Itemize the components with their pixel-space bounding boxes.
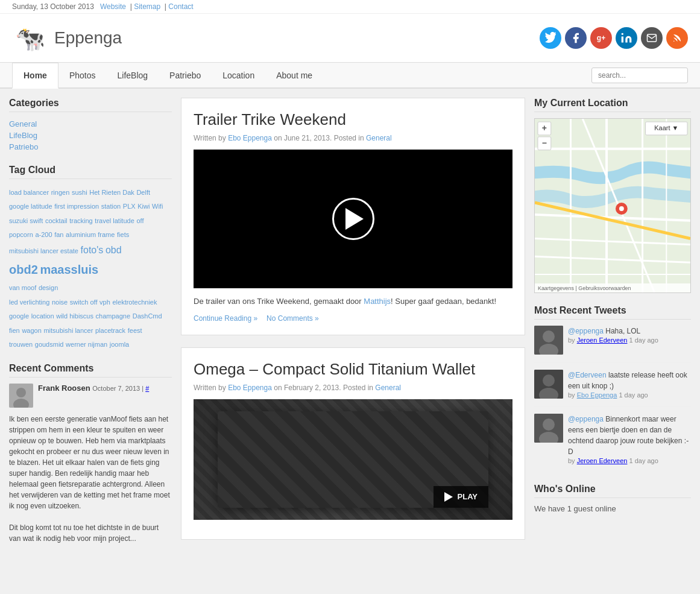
tag-vph[interactable]: vph bbox=[99, 299, 110, 306]
recent-comments-title: Recent Comments bbox=[9, 363, 172, 378]
tag-feest[interactable]: feest bbox=[128, 327, 142, 334]
nav-patriebo[interactable]: Patriebo bbox=[159, 63, 212, 87]
tag-fotos[interactable]: foto's bbox=[81, 245, 104, 255]
tag-wagon[interactable]: wagon bbox=[22, 327, 41, 334]
nav-lifeblog[interactable]: LifeBlog bbox=[107, 63, 159, 87]
tag-station[interactable]: station bbox=[101, 203, 121, 210]
tag-tracking[interactable]: tracking bbox=[69, 217, 93, 224]
tag-ringen[interactable]: ringen bbox=[51, 189, 70, 196]
post-1-content-link[interactable]: Matthijs bbox=[364, 297, 391, 306]
tag-first-impression[interactable]: first impression bbox=[54, 203, 99, 210]
tag-aluminium-frame[interactable]: aluminium frame bbox=[66, 231, 115, 238]
tag-dashcmd[interactable]: DashCmd bbox=[133, 312, 162, 320]
tag-off[interactable]: off bbox=[136, 217, 143, 224]
tag-joomla[interactable]: joomla bbox=[110, 341, 129, 348]
tag-van-moof[interactable]: van moof bbox=[9, 284, 36, 291]
tag-fan[interactable]: fan bbox=[54, 231, 63, 238]
nav-home[interactable]: Home bbox=[12, 63, 58, 89]
tag-location[interactable]: location bbox=[31, 312, 54, 320]
tag-werner-nijman[interactable]: werner nijman bbox=[66, 341, 107, 348]
tag-sushi[interactable]: sushi bbox=[72, 189, 87, 196]
tag-mitsubishi-lancer[interactable]: mitsubishi lancer bbox=[43, 327, 93, 334]
tweet-2-author[interactable]: Ebo Eppenga bbox=[577, 391, 617, 399]
linkedin-icon[interactable] bbox=[616, 27, 637, 49]
nav-location[interactable]: Location bbox=[212, 63, 265, 87]
comment-meta: Frank Roosen October 7, 2013 | # bbox=[38, 384, 149, 408]
email-icon[interactable] bbox=[641, 27, 663, 49]
topbar-date: Sunday, 13 October 2013 bbox=[12, 2, 94, 11]
tag-switch-off[interactable]: switch off bbox=[70, 299, 98, 306]
play-button[interactable] bbox=[332, 198, 374, 240]
categories-title: Categories bbox=[9, 98, 172, 112]
tag-placetrack[interactable]: placetrack bbox=[95, 327, 125, 334]
category-patriebo[interactable]: Patriebo bbox=[9, 141, 172, 153]
right-sidebar: My Current Location bbox=[534, 98, 691, 556]
tag-elektrotechniek[interactable]: elektrotechniek bbox=[112, 299, 157, 306]
tag-google-latitude[interactable]: google latitude bbox=[9, 203, 52, 210]
website-link[interactable]: Website bbox=[100, 2, 126, 11]
sitemap-link[interactable]: Sitemap bbox=[134, 2, 160, 11]
tag-obd2[interactable]: obd2 bbox=[9, 263, 38, 276]
tweet-1-body: @eppenga Haha, LOL by Jeroen Ederveen 1 … bbox=[568, 326, 658, 355]
tag-delft[interactable]: Delft bbox=[136, 189, 150, 196]
tag-led-verlichting[interactable]: led verlichting bbox=[9, 299, 49, 306]
main-nav: Home Photos LifeBlog Patriebo Location A… bbox=[0, 63, 700, 89]
site-title: Eppenga bbox=[54, 28, 122, 48]
tag-kiwi[interactable]: Kiwi bbox=[137, 203, 150, 210]
nav-aboutme[interactable]: About me bbox=[265, 63, 323, 87]
comment-date: October 7, 2013 | # bbox=[92, 385, 149, 392]
continue-reading-link[interactable]: Continue Reading » bbox=[194, 314, 257, 323]
tag-mitsubishi-lancer-estate[interactable]: mitsubishi lancer estate bbox=[9, 247, 78, 254]
tag-noise[interactable]: noise bbox=[52, 299, 68, 306]
tag-wild-hibiscus[interactable]: wild hibiscus bbox=[56, 312, 93, 320]
tweet-1-author[interactable]: Jeroen Ederveen bbox=[577, 336, 628, 344]
googleplus-icon[interactable]: g+ bbox=[590, 27, 612, 49]
search-input[interactable] bbox=[591, 68, 688, 83]
tag-trouwen[interactable]: trouwen bbox=[9, 341, 33, 348]
tweet-1-handle[interactable]: @eppenga bbox=[568, 327, 604, 335]
tweet-2-handle[interactable]: @Ederveen bbox=[568, 371, 607, 379]
main-content: Trailer Trike Weekend Written by Ebo Epp… bbox=[181, 98, 525, 556]
tag-champagne[interactable]: champagne bbox=[96, 312, 131, 320]
post-2-author[interactable]: Ebo Eppenga bbox=[228, 384, 272, 392]
nav-photos[interactable]: Photos bbox=[58, 63, 107, 87]
tag-fien[interactable]: fien bbox=[9, 327, 20, 334]
tweet-3-author[interactable]: Jeroen Ederveen bbox=[577, 457, 628, 464]
tag-het-rieten-dak[interactable]: Het Rieten Dak bbox=[89, 189, 134, 196]
comment-date-text: October 7, 2013 bbox=[92, 385, 140, 392]
post-1-video[interactable] bbox=[194, 150, 512, 288]
contact-link[interactable]: Contact bbox=[168, 2, 193, 11]
tag-a200[interactable]: a-200 bbox=[35, 231, 52, 238]
tag-travel-latitude[interactable]: travel latitude bbox=[95, 217, 134, 224]
tag-plx[interactable]: PLX bbox=[123, 203, 136, 210]
post-1-category[interactable]: General bbox=[366, 134, 392, 142]
category-lifeblog[interactable]: LifeBlog bbox=[9, 130, 172, 141]
facebook-icon[interactable] bbox=[565, 27, 587, 49]
post-2-category[interactable]: General bbox=[375, 384, 401, 392]
tag-wifi[interactable]: Wifi bbox=[152, 203, 163, 210]
list-item: General bbox=[9, 118, 172, 130]
tag-suzuki-swift[interactable]: suzuki swift bbox=[9, 217, 43, 224]
tag-popcorn[interactable]: popcorn bbox=[9, 231, 33, 238]
tag-load-balancer[interactable]: load balancer bbox=[9, 189, 49, 196]
map-container[interactable]: + − Kaart ▼ Kaartgegevens | Gebruiksvoor… bbox=[534, 118, 691, 293]
left-sidebar: Categories General LifeBlog Patriebo Tag… bbox=[9, 98, 172, 556]
post-1-author[interactable]: Ebo Eppenga bbox=[228, 134, 272, 142]
tag-cocktail[interactable]: cocktail bbox=[45, 217, 68, 224]
tag-obd[interactable]: obd bbox=[106, 245, 122, 255]
post-2-thumbnail[interactable]: PLAY bbox=[194, 399, 512, 520]
comment-link[interactable]: # bbox=[145, 385, 149, 392]
tag-fiets[interactable]: fiets bbox=[117, 231, 129, 238]
categories-section: Categories General LifeBlog Patriebo bbox=[9, 98, 172, 153]
tag-design[interactable]: design bbox=[39, 284, 58, 291]
tag-goudsmid[interactable]: goudsmid bbox=[35, 341, 64, 348]
tag-google[interactable]: google bbox=[9, 312, 29, 320]
topbar-links: Website | Sitemap | Contact bbox=[96, 2, 193, 11]
play-btn-2[interactable]: PLAY bbox=[434, 486, 488, 508]
category-general[interactable]: General bbox=[9, 118, 172, 130]
twitter-icon[interactable] bbox=[540, 27, 561, 49]
tag-maassluis[interactable]: maassluis bbox=[40, 263, 98, 276]
rss-icon[interactable] bbox=[666, 27, 688, 49]
no-comments-link[interactable]: No Comments » bbox=[266, 314, 319, 323]
tweet-3-handle[interactable]: @eppenga bbox=[568, 415, 604, 423]
